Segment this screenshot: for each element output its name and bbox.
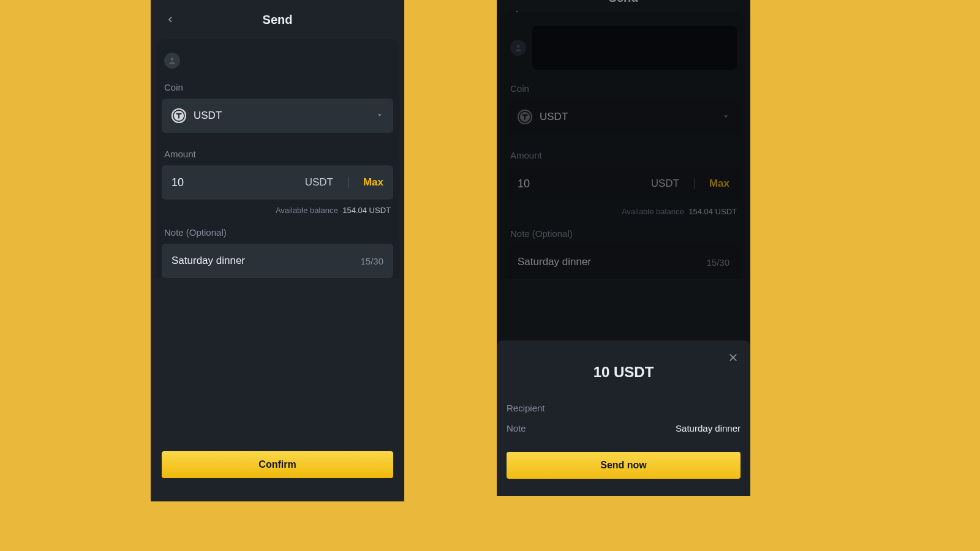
max-button[interactable]: Max <box>363 176 383 189</box>
svg-rect-4 <box>178 114 179 119</box>
person-icon <box>514 43 522 52</box>
max-button[interactable]: Max <box>709 178 729 190</box>
usdt-icon <box>172 108 186 123</box>
confirm-sheet: 10 USDT Recipient Note Saturday dinner S… <box>497 340 750 496</box>
coin-selector[interactable]: USDT <box>508 100 739 134</box>
svg-marker-5 <box>378 114 382 117</box>
send-form-card: Coin USDT Amount 10 <box>502 12 745 279</box>
page-title: Send <box>151 13 404 27</box>
note-counter: 15/30 <box>360 256 383 266</box>
available-balance: Available balance 154.04 USDT <box>162 200 393 215</box>
send-form-card: Coin USDT Amount 10 <box>156 39 399 278</box>
note-value: Saturday dinner <box>172 255 353 267</box>
sheet-note-row: Note Saturday dinner <box>507 418 741 438</box>
send-screen: Send Coin USDT <box>151 0 404 501</box>
available-value: 154.04 USDT <box>342 206 391 215</box>
note-label: Note (Optional) <box>162 227 393 244</box>
chevron-down-icon <box>376 110 383 121</box>
recipient-avatar[interactable] <box>164 53 180 69</box>
note-value: Saturday dinner <box>518 256 699 268</box>
sheet-amount: 10 USDT <box>507 354 741 398</box>
recipient-avatar[interactable] <box>510 40 526 56</box>
sheet-note-label: Note <box>507 423 526 433</box>
close-button[interactable] <box>725 349 742 366</box>
amount-value: 10 <box>172 176 298 189</box>
header: Send <box>151 0 404 39</box>
chevron-left-icon <box>511 9 521 12</box>
amount-field[interactable]: 10 USDT Max <box>162 165 393 200</box>
svg-point-6 <box>517 45 520 48</box>
coin-value: USDT <box>540 111 715 123</box>
sheet-note-value: Saturday dinner <box>676 423 741 433</box>
svg-point-0 <box>171 58 174 61</box>
header: Send <box>497 0 750 12</box>
person-icon <box>168 56 176 65</box>
recipient-field[interactable] <box>532 26 737 70</box>
coin-value: USDT <box>194 110 369 122</box>
back-button[interactable] <box>508 5 525 12</box>
svg-marker-11 <box>724 116 728 118</box>
svg-rect-10 <box>524 115 526 120</box>
amount-label: Amount <box>162 149 393 165</box>
note-field[interactable]: Saturday dinner 15/30 <box>162 244 393 278</box>
note-counter: 15/30 <box>706 257 729 268</box>
close-icon <box>728 352 739 363</box>
send-screen-with-sheet: Send Coin USDT <box>497 0 750 496</box>
confirm-button[interactable]: Confirm <box>162 451 393 478</box>
amount-unit: USDT <box>651 178 679 190</box>
separator <box>694 178 695 189</box>
send-now-button[interactable]: Send now <box>507 452 741 479</box>
amount-field[interactable]: 10 USDT Max <box>508 167 739 201</box>
available-value: 154.04 USDT <box>688 207 737 216</box>
note-label: Note (Optional) <box>508 228 739 245</box>
amount-label: Amount <box>508 150 739 167</box>
coin-label: Coin <box>508 83 739 100</box>
back-button[interactable] <box>162 11 179 28</box>
usdt-icon <box>518 110 532 124</box>
page-title: Send <box>497 0 750 5</box>
separator <box>348 177 349 188</box>
chevron-left-icon <box>165 15 175 24</box>
sheet-recipient-row: Recipient <box>507 398 741 418</box>
note-field[interactable]: Saturday dinner 15/30 <box>508 245 739 279</box>
available-label: Available balance <box>276 206 338 215</box>
chevron-down-icon <box>722 111 729 122</box>
recipient-label: Recipient <box>507 403 545 413</box>
available-label: Available balance <box>622 207 684 216</box>
amount-value: 10 <box>518 178 644 190</box>
available-balance: Available balance 154.04 USDT <box>508 201 739 216</box>
amount-unit: USDT <box>305 176 333 189</box>
coin-selector[interactable]: USDT <box>162 99 393 133</box>
coin-label: Coin <box>162 82 393 99</box>
